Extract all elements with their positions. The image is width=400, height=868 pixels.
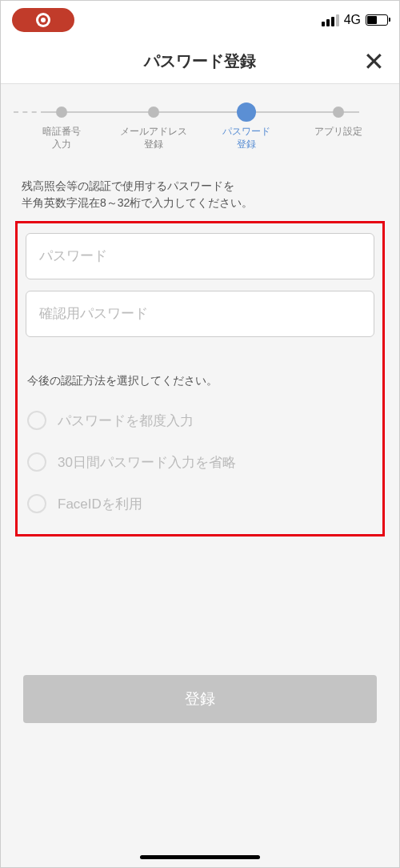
step-dot-icon [148,106,159,118]
page-title: パスワード登録 [144,50,256,72]
auth-method-heading: 今後の認証方法を選択してください。 [26,337,374,400]
step-dot-icon [237,102,256,122]
password-input[interactable] [26,233,374,279]
network-label: 4G [344,13,361,27]
register-button[interactable]: 登録 [23,675,377,723]
recording-indicator [12,8,74,32]
step-app-settings: アプリ設定 [293,106,386,139]
home-indicator[interactable] [140,855,260,859]
step-dot-icon [333,106,344,118]
progress-stepper: 暗証番号 入力 メールアドレス 登録 パスワード 登録 アプリ設定 [1,84,399,165]
status-right: 4G [322,13,388,27]
confirm-password-input[interactable] [26,291,374,337]
record-icon [36,13,50,27]
header: パスワード登録 ✕ [1,39,399,84]
close-icon[interactable]: ✕ [363,49,385,74]
status-bar: 4G [1,1,399,39]
radio-option-every-time[interactable]: パスワードを都度入力 [26,400,374,441]
form-highlight-area: 今後の認証方法を選択してください。 パスワードを都度入力 30日間パスワード入力… [15,221,385,536]
radio-option-faceid[interactable]: FaceIDを利用 [26,483,374,524]
radio-icon [27,411,46,430]
step-email: メールアドレス 登録 [108,106,201,151]
battery-icon [366,14,388,26]
step-password: パスワード 登録 [200,106,293,151]
step-dot-icon [56,106,67,118]
step-pin: 暗証番号 入力 [15,106,108,151]
signal-icon [322,14,339,26]
auth-method-list: パスワードを都度入力 30日間パスワード入力を省略 FaceIDを利用 [26,400,374,524]
radio-option-30days[interactable]: 30日間パスワード入力を省略 [26,441,374,483]
radio-icon [27,452,46,472]
instructions-text: 残高照会等の認証で使用するパスワードを 半角英数字混在8～32桁で入力してくださ… [1,165,399,221]
radio-icon [27,494,46,513]
